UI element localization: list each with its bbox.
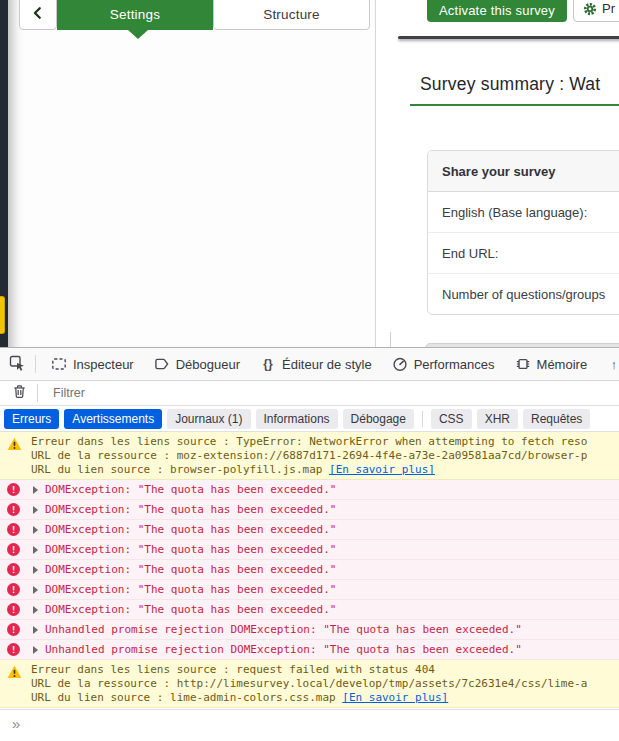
share-survey-table: Share your survey English (Base language… [427, 150, 619, 315]
activate-survey-button[interactable]: Activate this survey [427, 0, 567, 22]
pill-group-divider [422, 411, 423, 427]
warning-icon [7, 437, 22, 451]
expand-arrow-icon[interactable] [33, 646, 38, 654]
filter-pill-debogage[interactable]: Débogage [343, 409, 414, 429]
error-message-text: Unhandled promise rejection DOMException… [45, 623, 522, 636]
expand-arrow-icon[interactable] [33, 546, 38, 554]
pick-element-icon [9, 355, 25, 374]
error-message-text: DOMException: "The quota has been exceed… [45, 503, 336, 516]
network-icon: ↑↓ [607, 356, 615, 372]
expand-arrow-icon[interactable] [33, 606, 38, 614]
devtools-toolbar: InspecteurDébogueur{}Éditeur de stylePer… [0, 348, 619, 381]
tab-structure[interactable]: Structure [213, 0, 370, 30]
error-icon: ! [7, 643, 20, 656]
filter-pill-avertissements[interactable]: Avertissements [64, 409, 162, 429]
devtools-tab-debogueur[interactable]: Débogueur [144, 348, 250, 380]
table-header: Share your survey [428, 151, 619, 192]
devtools-panel: InspecteurDébogueur{}Éditeur de stylePer… [0, 347, 619, 741]
active-tab-pointer [128, 30, 148, 39]
error-icon: ! [7, 563, 20, 576]
panel-divider [390, 332, 391, 347]
expand-arrow-icon[interactable] [33, 526, 38, 534]
console-output: Erreur dans les liens source : TypeError… [0, 432, 619, 709]
filter-pill-journaux-1[interactable]: Journaux (1) [167, 409, 250, 429]
devtools-tab-memoire[interactable]: Mémoire [505, 348, 598, 380]
console-error-row[interactable]: !DOMException: "The quota has been excee… [0, 480, 619, 500]
error-icon: ! [7, 603, 20, 616]
sidebar-collapse-button[interactable] [19, 0, 57, 30]
expand-arrow-icon[interactable] [33, 486, 38, 494]
error-message-text: Unhandled promise rejection DOMException… [45, 643, 522, 656]
error-icon: ! [7, 483, 20, 496]
filter-separator [37, 384, 38, 402]
error-icon: ! [7, 583, 20, 596]
table-row: End URL: [428, 233, 619, 274]
filter-pill-informations[interactable]: Informations [256, 409, 338, 429]
error-message-text: DOMException: "The quota has been exceed… [45, 523, 336, 536]
warning-message-text: Erreur dans les liens source : request f… [31, 663, 587, 705]
console-filter-pills: ErreursAvertissementsJournaux (1)Informa… [0, 406, 619, 432]
table-row: Number of questions/groups [428, 274, 619, 314]
pick-element-button[interactable] [4, 352, 30, 376]
error-message-text: DOMException: "The quota has been exceed… [45, 563, 336, 576]
gear-icon [583, 2, 597, 16]
settings-sidebar-panel [8, 0, 376, 347]
expand-arrow-icon[interactable] [33, 506, 38, 514]
devtools-tab-label: Performances [414, 357, 495, 372]
error-message-text: DOMException: "The quota has been exceed… [45, 583, 336, 596]
window-edge [0, 0, 8, 347]
error-icon: ! [7, 623, 20, 636]
tab-settings[interactable]: Settings [57, 0, 213, 30]
filter-pill-css[interactable]: CSS [431, 409, 472, 429]
console-error-row[interactable]: !DOMException: "The quota has been excee… [0, 540, 619, 560]
toolbar-separator [35, 355, 36, 373]
expand-arrow-icon[interactable] [33, 586, 38, 594]
expand-arrow-icon[interactable] [33, 566, 38, 574]
learn-more-link[interactable]: [En savoir plus] [329, 463, 435, 476]
console-error-row[interactable]: !DOMException: "The quota has been excee… [0, 560, 619, 580]
devtools-tab-editeur-de-style[interactable]: {}Éditeur de style [250, 348, 382, 380]
clear-console-button[interactable] [6, 381, 32, 405]
console-prompt-icon: » [12, 716, 20, 731]
learn-more-link[interactable]: [En savoir plus] [342, 691, 448, 704]
browser-page: Settings Structure Activate this survey … [0, 0, 619, 347]
error-message-text: DOMException: "The quota has been exceed… [45, 603, 336, 616]
table-row: English (Base language): [428, 192, 619, 233]
console-warning-row: Erreur dans les liens source : TypeError… [0, 432, 619, 480]
expand-arrow-icon[interactable] [33, 626, 38, 634]
header-divider [398, 36, 619, 39]
console-error-row[interactable]: !Unhandled promise rejection DOMExceptio… [0, 640, 619, 660]
devtools-tab-label: Éditeur de style [282, 357, 372, 372]
console-input-row[interactable]: » [0, 709, 619, 741]
devtools-tab-performances[interactable]: Performances [382, 348, 505, 380]
devtools-tabs: InspecteurDébogueur{}Éditeur de stylePer… [41, 348, 615, 380]
devtools-tab-inspecteur[interactable]: Inspecteur [41, 348, 144, 380]
page-title: Survey summary : Wat [420, 74, 600, 95]
warning-icon [7, 665, 22, 679]
memory-icon [515, 356, 531, 372]
console-error-row[interactable]: !DOMException: "The quota has been excee… [0, 500, 619, 520]
console-filter-input[interactable] [43, 385, 613, 401]
error-message-text: DOMException: "The quota has been exceed… [45, 543, 336, 556]
devtools-tab-reseau[interactable]: ↑↓Réseau [597, 348, 615, 380]
notification-edge-tab[interactable] [0, 296, 5, 334]
error-icon: ! [7, 543, 20, 556]
warning-message-text: Erreur dans les liens source : TypeError… [31, 435, 587, 477]
error-message-text: DOMException: "The quota has been exceed… [45, 483, 336, 496]
devtools-tab-label: Inspecteur [73, 357, 134, 372]
console-error-row[interactable]: !DOMException: "The quota has been excee… [0, 580, 619, 600]
chevron-left-icon [31, 6, 45, 23]
error-icon: ! [7, 523, 20, 536]
preview-survey-button[interactable]: Pr [573, 0, 619, 22]
console-error-row[interactable]: !Unhandled promise rejection DOMExceptio… [0, 620, 619, 640]
console-error-row[interactable]: !DOMException: "The quota has been excee… [0, 520, 619, 540]
preview-button-label: Pr [602, 1, 615, 16]
console-warning-row: Erreur dans les liens source : request f… [0, 660, 619, 708]
braces-icon: {} [260, 356, 276, 372]
inspector-icon [51, 356, 67, 372]
filter-pill-erreurs[interactable]: Erreurs [4, 409, 59, 429]
console-error-row[interactable]: !DOMException: "The quota has been excee… [0, 600, 619, 620]
filter-pill-xhr[interactable]: XHR [477, 409, 518, 429]
filter-pill-requetes[interactable]: Requêtes [523, 409, 590, 429]
devtools-tab-label: Débogueur [176, 357, 240, 372]
